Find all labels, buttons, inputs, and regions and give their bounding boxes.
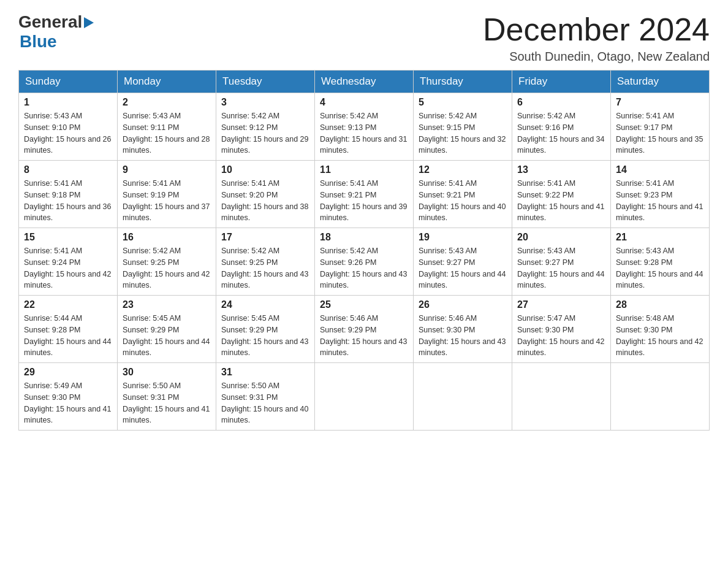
sunrise-label: Sunrise: 5:42 AM [419, 112, 477, 120]
daylight-label: Daylight: 15 hours and 41 minutes. [24, 405, 111, 425]
sunrise-label: Sunrise: 5:43 AM [616, 247, 674, 255]
daylight-label: Daylight: 15 hours and 43 minutes. [320, 337, 407, 358]
week-row-3: 15 Sunrise: 5:41 AM Sunset: 9:24 PM Dayl… [19, 228, 710, 296]
day-number: 2 [123, 97, 211, 108]
logo: General Blue [18, 12, 94, 52]
calendar-cell: 9 Sunrise: 5:41 AM Sunset: 9:19 PM Dayli… [118, 161, 216, 228]
day-info: Sunrise: 5:46 AM Sunset: 9:30 PM Dayligh… [419, 313, 507, 359]
day-info: Sunrise: 5:47 AM Sunset: 9:30 PM Dayligh… [517, 313, 605, 359]
daylight-label: Daylight: 15 hours and 43 minutes. [419, 337, 506, 358]
sunrise-label: Sunrise: 5:50 AM [123, 381, 181, 390]
sunrise-label: Sunrise: 5:41 AM [616, 179, 674, 188]
day-info: Sunrise: 5:42 AM Sunset: 9:15 PM Dayligh… [419, 110, 507, 156]
calendar-cell: 31 Sunrise: 5:50 AM Sunset: 9:31 PM Dayl… [216, 363, 315, 431]
day-info: Sunrise: 5:42 AM Sunset: 9:12 PM Dayligh… [221, 110, 309, 156]
day-info: Sunrise: 5:42 AM Sunset: 9:13 PM Dayligh… [320, 110, 408, 156]
page-header: General Blue December 2024 South Dunedin… [18, 12, 710, 64]
calendar-cell: 30 Sunrise: 5:50 AM Sunset: 9:31 PM Dayl… [118, 363, 216, 431]
day-number: 31 [221, 367, 309, 378]
day-number: 8 [24, 164, 112, 175]
daylight-label: Daylight: 15 hours and 44 minutes. [419, 270, 506, 290]
title-block: December 2024 South Dunedin, Otago, New … [483, 12, 710, 64]
daylight-label: Daylight: 15 hours and 41 minutes. [123, 405, 210, 425]
calendar-cell: 12 Sunrise: 5:41 AM Sunset: 9:21 PM Dayl… [414, 161, 512, 228]
calendar-cell: 11 Sunrise: 5:41 AM Sunset: 9:21 PM Dayl… [315, 161, 414, 228]
day-number: 7 [616, 97, 704, 108]
header-wednesday: Wednesday [315, 71, 414, 93]
day-number: 24 [221, 299, 309, 310]
logo-general-text: General [18, 12, 82, 32]
day-info: Sunrise: 5:42 AM Sunset: 9:16 PM Dayligh… [517, 110, 605, 156]
day-info: Sunrise: 5:41 AM Sunset: 9:21 PM Dayligh… [419, 178, 507, 224]
sunrise-label: Sunrise: 5:45 AM [123, 314, 181, 323]
logo-blue-text: Blue [20, 32, 57, 52]
daylight-label: Daylight: 15 hours and 42 minutes. [616, 337, 703, 358]
daylight-label: Daylight: 15 hours and 32 minutes. [419, 135, 506, 155]
sunset-label: Sunset: 9:22 PM [517, 191, 574, 199]
header-tuesday: Tuesday [216, 71, 315, 93]
calendar-cell: 22 Sunrise: 5:44 AM Sunset: 9:28 PM Dayl… [19, 296, 118, 363]
daylight-label: Daylight: 15 hours and 42 minutes. [123, 270, 210, 290]
sunrise-label: Sunrise: 5:41 AM [517, 179, 575, 188]
page-subtitle: South Dunedin, Otago, New Zealand [483, 50, 710, 64]
day-number: 25 [320, 299, 408, 310]
day-number: 20 [517, 232, 605, 243]
calendar-cell: 29 Sunrise: 5:49 AM Sunset: 9:30 PM Dayl… [19, 363, 118, 431]
sunset-label: Sunset: 9:19 PM [123, 191, 179, 199]
calendar-cell: 6 Sunrise: 5:42 AM Sunset: 9:16 PM Dayli… [512, 93, 611, 161]
daylight-label: Daylight: 15 hours and 41 minutes. [517, 202, 604, 223]
sunset-label: Sunset: 9:29 PM [123, 326, 179, 334]
sunset-label: Sunset: 9:29 PM [221, 326, 278, 334]
calendar-cell: 7 Sunrise: 5:41 AM Sunset: 9:17 PM Dayli… [611, 93, 710, 161]
calendar-cell: 8 Sunrise: 5:41 AM Sunset: 9:18 PM Dayli… [19, 161, 118, 228]
daylight-label: Daylight: 15 hours and 43 minutes. [221, 337, 308, 358]
sunset-label: Sunset: 9:25 PM [221, 258, 278, 267]
sunset-label: Sunset: 9:28 PM [24, 326, 80, 334]
sunrise-label: Sunrise: 5:43 AM [24, 112, 82, 120]
day-number: 23 [123, 299, 211, 310]
daylight-label: Daylight: 15 hours and 29 minutes. [221, 135, 308, 155]
day-info: Sunrise: 5:42 AM Sunset: 9:25 PM Dayligh… [123, 245, 211, 291]
day-info: Sunrise: 5:41 AM Sunset: 9:19 PM Dayligh… [123, 178, 211, 224]
calendar-cell: 25 Sunrise: 5:46 AM Sunset: 9:29 PM Dayl… [315, 296, 414, 363]
day-info: Sunrise: 5:50 AM Sunset: 9:31 PM Dayligh… [123, 380, 211, 426]
calendar-cell [512, 363, 611, 431]
day-number: 16 [123, 232, 211, 243]
page-title: December 2024 [483, 12, 710, 47]
daylight-label: Daylight: 15 hours and 37 minutes. [123, 202, 210, 223]
day-info: Sunrise: 5:41 AM Sunset: 9:17 PM Dayligh… [616, 110, 704, 156]
daylight-label: Daylight: 15 hours and 44 minutes. [123, 337, 210, 358]
day-number: 5 [419, 97, 507, 108]
sunset-label: Sunset: 9:30 PM [24, 393, 80, 402]
calendar-cell: 16 Sunrise: 5:42 AM Sunset: 9:25 PM Dayl… [118, 228, 216, 296]
sunrise-label: Sunrise: 5:41 AM [24, 179, 82, 188]
day-info: Sunrise: 5:41 AM Sunset: 9:18 PM Dayligh… [24, 178, 112, 224]
day-number: 22 [24, 299, 112, 310]
day-info: Sunrise: 5:42 AM Sunset: 9:25 PM Dayligh… [221, 245, 309, 291]
daylight-label: Daylight: 15 hours and 40 minutes. [221, 405, 308, 425]
sunset-label: Sunset: 9:18 PM [24, 191, 80, 199]
day-info: Sunrise: 5:43 AM Sunset: 9:28 PM Dayligh… [616, 245, 704, 291]
sunrise-label: Sunrise: 5:41 AM [24, 247, 82, 255]
logo-arrow-icon [84, 17, 94, 28]
sunset-label: Sunset: 9:30 PM [616, 326, 672, 334]
day-number: 29 [24, 367, 112, 378]
day-number: 3 [221, 97, 309, 108]
sunrise-label: Sunrise: 5:43 AM [123, 112, 181, 120]
day-number: 1 [24, 97, 112, 108]
header-sunday: Sunday [19, 71, 118, 93]
calendar-cell: 19 Sunrise: 5:43 AM Sunset: 9:27 PM Dayl… [414, 228, 512, 296]
sunrise-label: Sunrise: 5:44 AM [24, 314, 82, 323]
day-info: Sunrise: 5:43 AM Sunset: 9:11 PM Dayligh… [123, 110, 211, 156]
day-info: Sunrise: 5:49 AM Sunset: 9:30 PM Dayligh… [24, 380, 112, 426]
sunset-label: Sunset: 9:13 PM [320, 123, 376, 132]
daylight-label: Daylight: 15 hours and 44 minutes. [24, 337, 111, 358]
daylight-label: Daylight: 15 hours and 44 minutes. [517, 270, 604, 290]
sunset-label: Sunset: 9:20 PM [221, 191, 278, 199]
sunset-label: Sunset: 9:28 PM [616, 258, 672, 267]
day-number: 27 [517, 299, 605, 310]
sunrise-label: Sunrise: 5:42 AM [320, 112, 378, 120]
calendar-cell: 3 Sunrise: 5:42 AM Sunset: 9:12 PM Dayli… [216, 93, 315, 161]
day-number: 4 [320, 97, 408, 108]
sunrise-label: Sunrise: 5:46 AM [320, 314, 378, 323]
